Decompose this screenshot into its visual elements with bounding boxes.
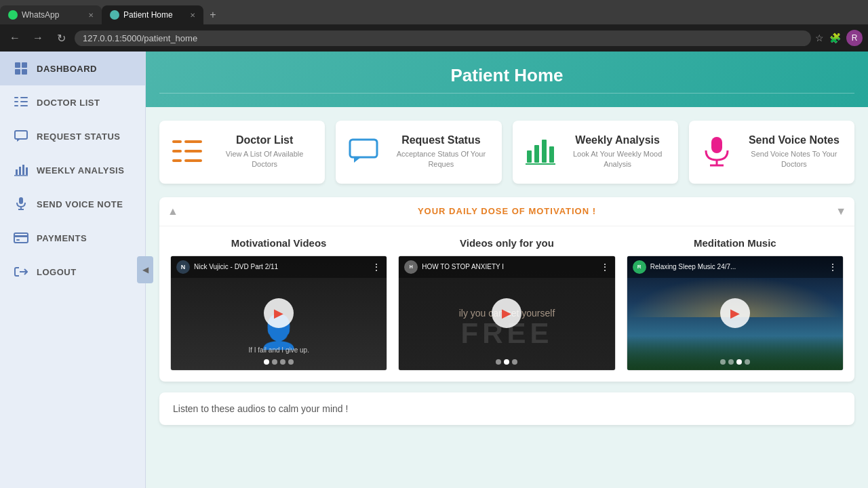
video2-dots	[496, 359, 517, 365]
user-avatar[interactable]: R	[846, 30, 863, 46]
dot-3[interactable]	[736, 359, 742, 365]
svg-rect-11	[16, 169, 18, 175]
dot-3[interactable]	[280, 359, 285, 365]
tab-whatsapp-close[interactable]: ✕	[88, 12, 94, 19]
card-send-voice-notes-icon	[700, 135, 734, 169]
motivation-title: YOUR DAILY DOSE OF MOTIVATION !	[418, 206, 596, 216]
sidebar-send-voice-note-label: SEND VOICE NOTE	[37, 199, 123, 209]
card-weekly-analysis[interactable]: Weekly Analysis Look At Your Weekly Mood…	[513, 121, 678, 184]
meditation-music-title: Meditation Music	[627, 237, 844, 249]
video1-play-button[interactable]: ▶	[264, 298, 294, 328]
card-request-status[interactable]: Request Status Acceptance Status Of Your…	[336, 121, 501, 184]
scroll-up-button[interactable]: ▲	[167, 205, 178, 218]
card-weekly-analysis-text: Weekly Analysis Look At Your Weekly Mood…	[568, 134, 667, 170]
forward-button[interactable]: →	[28, 28, 47, 47]
svg-rect-21	[16, 239, 20, 241]
tab-whatsapp[interactable]: WhatsApp ✕	[0, 5, 102, 24]
dot-2[interactable]	[272, 359, 277, 365]
tab-patient-label: Patient Home	[123, 10, 173, 20]
svg-rect-7	[20, 97, 28, 98]
sidebar-weekly-analysis-label: WEEKLY ANALYSIS	[37, 165, 124, 176]
sidebar-item-doctor-list[interactable]: DOCTOR LIST	[0, 85, 145, 119]
new-tab-button[interactable]: +	[203, 5, 222, 24]
svg-rect-3	[22, 69, 27, 75]
scroll-down-button[interactable]: ▼	[835, 205, 846, 218]
svg-rect-9	[20, 105, 28, 106]
svg-rect-27	[184, 150, 202, 152]
sidebar-logout-label: LOGOUT	[37, 267, 77, 277]
svg-rect-19	[14, 233, 28, 243]
sidebar-doctor-list-label: DOCTOR LIST	[37, 98, 100, 108]
video-thumb-motivational[interactable]: 👤 N Nick Vujicic - DVD Part 2/11 ⋮ ▶ If …	[170, 256, 387, 371]
svg-rect-30	[527, 150, 532, 163]
sidebar-item-send-voice-note[interactable]: SEND VOICE NOTE	[0, 187, 145, 221]
svg-rect-10	[15, 131, 27, 139]
video3-play-button[interactable]: ▶	[720, 298, 750, 328]
card-doctor-list[interactable]: Doctor List View A List Of Available Doc…	[159, 121, 325, 184]
card-weekly-analysis-subtitle: Look At Your Weekly Mood Analysis	[568, 149, 667, 170]
svg-rect-20	[14, 235, 28, 237]
dot-4[interactable]	[288, 359, 294, 365]
card-send-voice-notes[interactable]: Send Voice Notes Send Voice Notes To You…	[689, 121, 854, 184]
card-request-status-icon	[347, 135, 380, 169]
dot-1[interactable]	[496, 359, 501, 365]
sidebar-item-dashboard[interactable]: DASHBOARD	[0, 52, 145, 85]
svg-rect-33	[549, 146, 554, 163]
dot-2[interactable]	[504, 359, 509, 365]
dot-2[interactable]	[728, 359, 734, 365]
video2-play-button[interactable]: ▶	[492, 298, 521, 328]
sidebar-item-logout[interactable]: LOGOUT	[0, 255, 145, 289]
back-button[interactable]: ←	[5, 28, 24, 47]
dot-4[interactable]	[745, 359, 750, 365]
sidebar-item-payments[interactable]: PAYMENTS	[0, 221, 145, 255]
video2-overlay[interactable]: ▶	[399, 256, 614, 370]
header-divider	[159, 93, 854, 94]
tab-patient-close[interactable]: ✕	[190, 12, 195, 19]
svg-rect-31	[534, 145, 539, 163]
tab-patient-home[interactable]: Patient Home ✕	[102, 5, 203, 24]
payments-icon	[14, 230, 28, 245]
app-container: DASHBOARD DOCTOR LIST	[0, 52, 868, 488]
dashboard-icon	[14, 61, 28, 76]
video3-overlay[interactable]: ▶	[627, 256, 843, 370]
dot-3[interactable]	[512, 359, 517, 365]
dot-1[interactable]	[720, 359, 726, 365]
reload-button[interactable]: ↻	[52, 28, 71, 47]
videos-row: Motivational Videos 👤 N Nick Vujicic - D…	[159, 226, 854, 382]
video1-text-overlay: If I fail and I give up.	[176, 346, 381, 354]
audio-section: Listen to these audios to calm your mind…	[159, 392, 854, 425]
video-col-motivational: Motivational Videos 👤 N Nick Vujicic - D…	[170, 237, 387, 371]
star-icon[interactable]: ☆	[815, 33, 824, 43]
card-send-voice-notes-title: Send Voice Notes	[745, 134, 844, 146]
video-thumb-for-you[interactable]: ily you can set yourself FREE H HOW TO S…	[398, 256, 615, 371]
card-weekly-analysis-icon	[524, 135, 557, 169]
svg-rect-0	[15, 62, 20, 68]
card-request-status-title: Request Status	[391, 134, 490, 146]
svg-rect-28	[184, 159, 202, 162]
sidebar-item-request-status[interactable]: REQUEST STATUS	[0, 119, 145, 153]
sidebar-toggle[interactable]: ◀	[137, 256, 153, 283]
page-title: Patient Home	[159, 65, 854, 86]
svg-rect-29	[350, 140, 377, 157]
logout-icon	[14, 264, 28, 279]
motivational-videos-title: Motivational Videos	[170, 237, 387, 249]
dot-1[interactable]	[264, 359, 269, 365]
sidebar-dashboard-label: DASHBOARD	[37, 64, 97, 74]
tab-whatsapp-label: WhatsApp	[22, 10, 59, 20]
sidebar-request-status-label: REQUEST STATUS	[37, 131, 121, 142]
video3-dots	[720, 359, 750, 365]
address-bar[interactable]: 127.0.0.1:5000/patient_home	[75, 30, 811, 46]
extension-icon[interactable]: 🧩	[829, 33, 841, 43]
page-header: Patient Home	[146, 52, 868, 107]
sidebar-payments-label: PAYMENTS	[37, 233, 87, 243]
card-request-status-text: Request Status Acceptance Status Of Your…	[391, 134, 490, 170]
quick-access-cards: Doctor List View A List Of Available Doc…	[159, 121, 854, 184]
motivation-header: ▲ YOUR DAILY DOSE OF MOTIVATION ! ▼	[159, 197, 854, 226]
request-status-icon	[14, 129, 28, 144]
svg-rect-32	[542, 140, 547, 163]
video-thumb-meditation[interactable]: R Relaxing Sleep Music 24/7... ⋮ ▶	[627, 256, 844, 371]
sidebar-item-weekly-analysis[interactable]: WEEKLY ANALYSIS	[0, 153, 145, 187]
svg-rect-4	[14, 97, 18, 98]
card-doctor-list-text: Doctor List View A List Of Available Doc…	[215, 134, 314, 170]
svg-rect-1	[22, 62, 27, 68]
